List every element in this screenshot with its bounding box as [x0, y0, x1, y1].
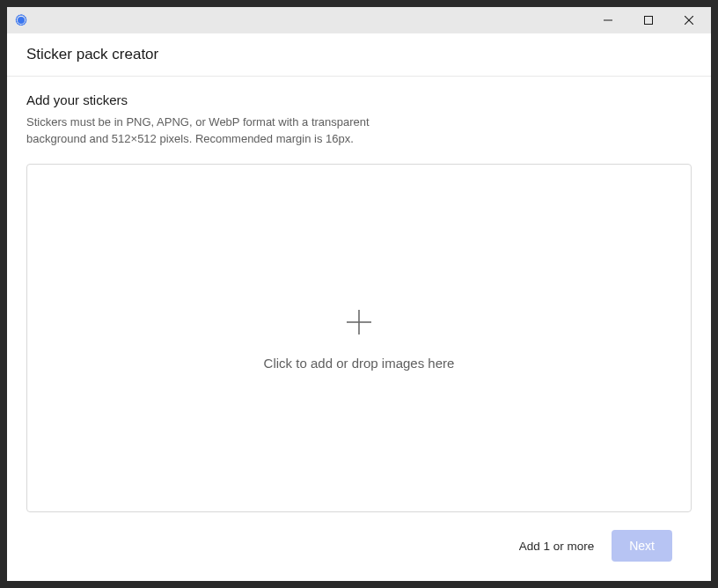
sticker-dropzone[interactable]: Click to add or drop images here: [26, 164, 692, 512]
svg-rect-2: [645, 17, 653, 25]
titlebar: [7, 7, 711, 33]
maximize-button[interactable]: [628, 7, 669, 33]
page-title: Sticker pack creator: [26, 46, 692, 63]
close-button[interactable]: [669, 7, 709, 33]
app-window: Sticker pack creator Add your stickers S…: [7, 7, 711, 581]
signal-app-icon: [14, 13, 28, 27]
next-button[interactable]: Next: [612, 530, 672, 562]
svg-point-0: [18, 17, 25, 24]
page-header: Sticker pack creator: [7, 33, 711, 77]
titlebar-left: [14, 13, 28, 27]
dropzone-prompt: Click to add or drop images here: [264, 356, 455, 371]
plus-icon: [341, 305, 377, 340]
footer: Add 1 or more Next: [26, 512, 692, 581]
section-title: Add your stickers: [26, 92, 692, 107]
section-description: Stickers must be in PNG, APNG, or WebP f…: [26, 114, 414, 148]
footer-hint: Add 1 or more: [519, 540, 595, 553]
window-controls: [588, 7, 709, 33]
content-area: Add your stickers Stickers must be in PN…: [7, 77, 711, 581]
minimize-button[interactable]: [588, 7, 628, 33]
outer-frame: Sticker pack creator Add your stickers S…: [0, 0, 718, 588]
